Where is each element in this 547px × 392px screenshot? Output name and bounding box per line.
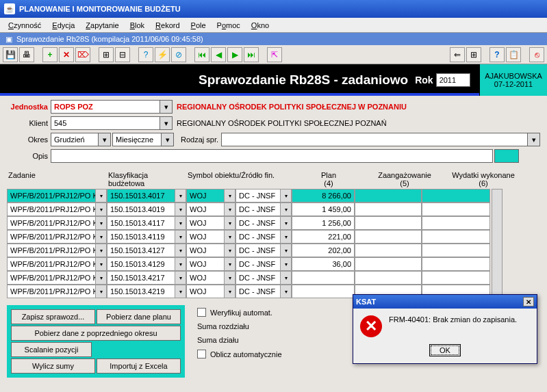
cell-wydatki[interactable] [422, 202, 490, 216]
cell-plan[interactable] [292, 285, 355, 298]
cell-zadanie[interactable]: WPF/B/2011/PRJ12/PO KL [7, 189, 96, 202]
cell-zadanie[interactable]: WPF/B/2011/PRJ12/PO KL [7, 271, 96, 285]
cell-plan[interactable] [292, 271, 355, 285]
cell-symbol[interactable]: WOJ [186, 257, 225, 271]
cell-klas[interactable]: 150.15013.4217 [107, 271, 175, 285]
cell-zadanie[interactable]: WPF/B/2011/PRJ12/PO KL [7, 230, 96, 244]
cell-symbol[interactable]: WOJ [186, 216, 225, 230]
cell-zrodlo[interactable]: DC - JNSF [236, 271, 281, 285]
cell-zadanie[interactable]: WPF/B/2011/PRJ12/PO KL [7, 202, 96, 216]
cell-zaang[interactable] [355, 230, 422, 244]
menu-edycja[interactable]: Edycja [47, 20, 80, 31]
opis-extra[interactable] [494, 149, 519, 163]
cell-dropdown[interactable]: ▾ [225, 202, 236, 216]
cell-dropdown[interactable]: ▾ [96, 189, 107, 202]
cell-symbol[interactable]: WOJ [186, 189, 225, 202]
cell-dropdown[interactable]: ▾ [96, 257, 107, 271]
importuj-button[interactable]: Importuj z Excela [97, 358, 181, 374]
last-icon[interactable]: ⏭ [244, 47, 259, 62]
query-icon[interactable]: ? [138, 47, 153, 62]
cell-dropdown[interactable]: ▾ [175, 202, 186, 216]
next-icon[interactable]: ▶ [227, 47, 242, 62]
cell-zrodlo[interactable]: DC - JNSF [236, 244, 281, 257]
opis-input[interactable] [51, 149, 493, 163]
cell-zadanie[interactable]: WPF/B/2011/PRJ12/PO KL [7, 216, 96, 230]
cell-dropdown[interactable]: ▾ [281, 216, 292, 230]
tool-icon-5[interactable]: ⊞ [466, 47, 481, 62]
help-icon[interactable]: ? [489, 47, 505, 62]
exit-icon[interactable]: ⎋ [529, 47, 544, 62]
add-icon[interactable]: + [42, 47, 58, 62]
menu-okno[interactable]: Okno [246, 20, 275, 31]
cell-dropdown[interactable]: ▾ [175, 230, 186, 244]
cell-plan[interactable]: 1 459,00 [292, 202, 355, 216]
menu-pomoc[interactable]: Pomoc [212, 20, 246, 31]
cell-dropdown[interactable]: ▾ [225, 216, 236, 230]
menu-zapytanie[interactable]: Zapytanie [80, 20, 124, 31]
cell-wydatki[interactable] [422, 216, 490, 230]
cell-dropdown[interactable]: ▾ [281, 230, 292, 244]
cell-wydatki[interactable] [422, 244, 490, 257]
cell-zrodlo[interactable]: DC - JNSF [236, 257, 281, 271]
cell-zrodlo[interactable]: DC - JNSF [236, 285, 281, 298]
tool-icon-4[interactable]: ⇐ [450, 47, 465, 62]
cell-plan[interactable]: 8 266,00 [292, 189, 355, 202]
pobierz-poprz-button[interactable]: Pobierz dane z poprzedniego okresu [11, 326, 181, 341]
cell-dropdown[interactable]: ▾ [225, 244, 236, 257]
cell-klas[interactable]: 150.15013.4129 [107, 257, 175, 271]
cell-plan[interactable]: 1 256,00 [292, 216, 355, 230]
cell-wydatki[interactable] [422, 230, 490, 244]
cell-dropdown[interactable]: ▾ [281, 285, 292, 298]
cell-dropdown[interactable]: ▾ [225, 230, 236, 244]
cell-klas[interactable]: 150.15013.4219 [107, 285, 175, 298]
rok-input[interactable] [436, 73, 470, 87]
klient-dropdown[interactable]: ▾ [160, 116, 173, 130]
cell-symbol[interactable]: WOJ [186, 285, 225, 298]
rodzaj-dropdown[interactable]: ▾ [528, 133, 540, 146]
cell-dropdown[interactable]: ▾ [225, 271, 236, 285]
cell-plan[interactable]: 36,00 [292, 257, 355, 271]
tool-icon-2[interactable]: ⊟ [115, 47, 130, 62]
menu-rekord[interactable]: Rekord [150, 20, 185, 31]
cell-symbol[interactable]: WOJ [186, 230, 225, 244]
dialog-close-button[interactable]: ✕ [523, 297, 534, 306]
cell-dropdown[interactable]: ▾ [96, 285, 107, 298]
dialog-ok-button[interactable]: OK [429, 344, 461, 356]
menu-blok[interactable]: Blok [125, 20, 150, 31]
cell-dropdown[interactable]: ▾ [281, 202, 292, 216]
save-icon[interactable]: 💾 [3, 47, 18, 62]
cell-zaang[interactable] [355, 257, 422, 271]
cell-wydatki[interactable] [422, 189, 490, 202]
cell-klas[interactable]: 150.15013.4019 [107, 202, 175, 216]
cell-dropdown[interactable]: ▾ [281, 244, 292, 257]
klient-input[interactable]: 545 [51, 116, 160, 130]
dialog-titlebar[interactable]: KSAT ✕ [353, 295, 537, 309]
pobierz-plan-button[interactable]: Pobierz dane planu [97, 309, 181, 324]
cell-wydatki[interactable] [422, 257, 490, 271]
cell-zadanie[interactable]: WPF/B/2011/PRJ12/PO KL [7, 285, 96, 298]
tool-icon-3[interactable]: ⇱ [267, 47, 282, 62]
cell-dropdown[interactable]: ▾ [96, 244, 107, 257]
print-icon[interactable]: 🖶 [19, 47, 34, 62]
info-icon[interactable]: 📋 [506, 47, 521, 62]
okres-input[interactable]: Grudzień [51, 133, 99, 146]
okres-type-input[interactable]: Miesięczne [112, 133, 162, 146]
scalanie-button[interactable]: Scalanie pozycji [11, 342, 92, 357]
cell-dropdown[interactable]: ▾ [175, 271, 186, 285]
weryfikuj-checkbox[interactable] [197, 308, 206, 317]
cell-symbol[interactable]: WOJ [186, 271, 225, 285]
cell-dropdown[interactable]: ▾ [175, 244, 186, 257]
rodzaj-input[interactable] [221, 133, 528, 146]
cell-plan[interactable]: 221,00 [292, 230, 355, 244]
cell-klas[interactable]: 150.15013.4127 [107, 244, 175, 257]
first-icon[interactable]: ⏮ [194, 47, 209, 62]
cell-dropdown[interactable]: ▾ [281, 271, 292, 285]
cell-zaang[interactable] [355, 189, 422, 202]
jednostka-dropdown[interactable]: ▾ [160, 100, 173, 114]
oblicz-checkbox[interactable] [197, 350, 206, 358]
clear-icon[interactable]: ⌦ [75, 47, 90, 62]
cell-dropdown[interactable]: ▾ [225, 189, 236, 202]
cell-klas[interactable]: 150.15013.4119 [107, 230, 175, 244]
cell-zrodlo[interactable]: DC - JNSF [236, 202, 281, 216]
cell-zaang[interactable] [355, 202, 422, 216]
